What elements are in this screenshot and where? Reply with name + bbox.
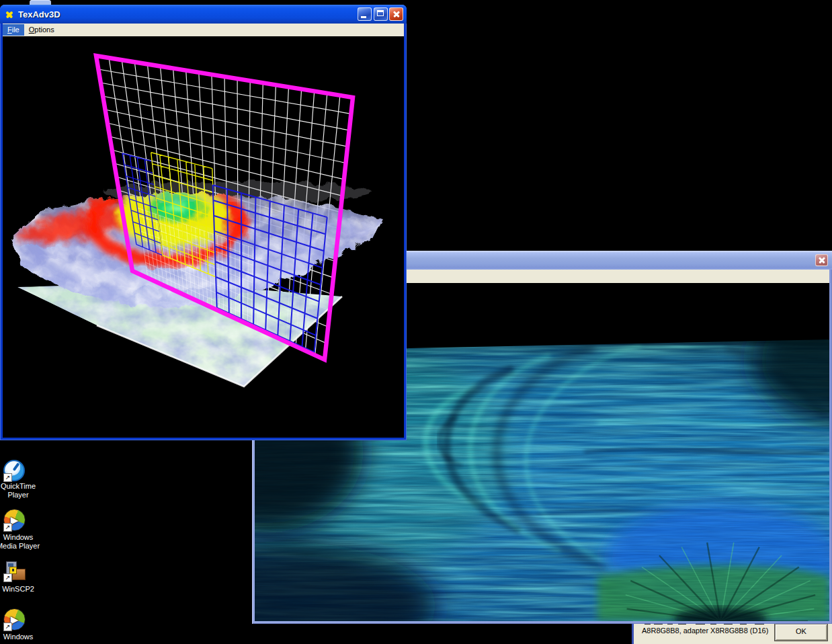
desktop: ↗ QuickTime Player ▶ ↗ Windows Media Pla…	[0, 0, 832, 644]
shortcut-arrow-icon: ↗	[3, 523, 12, 532]
icon-label: Windows	[0, 633, 55, 641]
icon-label: QuickTime	[0, 482, 55, 491]
ok-button[interactable]: OK	[775, 624, 827, 641]
texadv3d-render-viewport[interactable]	[3, 36, 404, 438]
icon-label: Windows	[0, 533, 55, 542]
desktop-icon-quicktime[interactable]: ↗ QuickTime Player	[3, 460, 26, 481]
desktop-icon-windows-media-player-2[interactable]: ▶ ↗ Windows	[3, 608, 26, 631]
close-button[interactable]	[815, 254, 828, 266]
shortcut-arrow-icon: ↗	[3, 622, 12, 631]
menu-file[interactable]: File	[3, 24, 24, 36]
device-format-text: A8R8G8B8, adapter X8R8G8B8 (D16)	[642, 627, 768, 635]
menu-options[interactable]: Options	[24, 24, 59, 36]
shortcut-arrow-icon: ↗	[3, 573, 12, 582]
texadv3d-titlebar[interactable]: TexAdv3D	[0, 5, 407, 24]
desktop-icon-windows-media-player[interactable]: ▶ ↗ Windows Media Player	[3, 509, 26, 531]
close-button[interactable]	[389, 7, 403, 21]
icon-label: Player	[0, 491, 55, 499]
desktop-icon-winscp2[interactable]: ↗ WinSCP2	[3, 561, 26, 581]
maximize-button[interactable]	[374, 7, 388, 21]
texadv3d-window: TexAdv3D File Options	[0, 5, 407, 440]
shortcut-arrow-icon: ↗	[3, 473, 12, 482]
icon-label: Media Player	[0, 542, 55, 551]
window-title: TexAdv3D	[18, 9, 60, 19]
icon-label: WinSCP2	[0, 585, 55, 594]
amr-volume-visualization	[3, 36, 404, 438]
minimize-button[interactable]	[358, 7, 372, 21]
texadv3d-menubar: File Options	[3, 24, 404, 36]
app-icon	[4, 9, 15, 19]
